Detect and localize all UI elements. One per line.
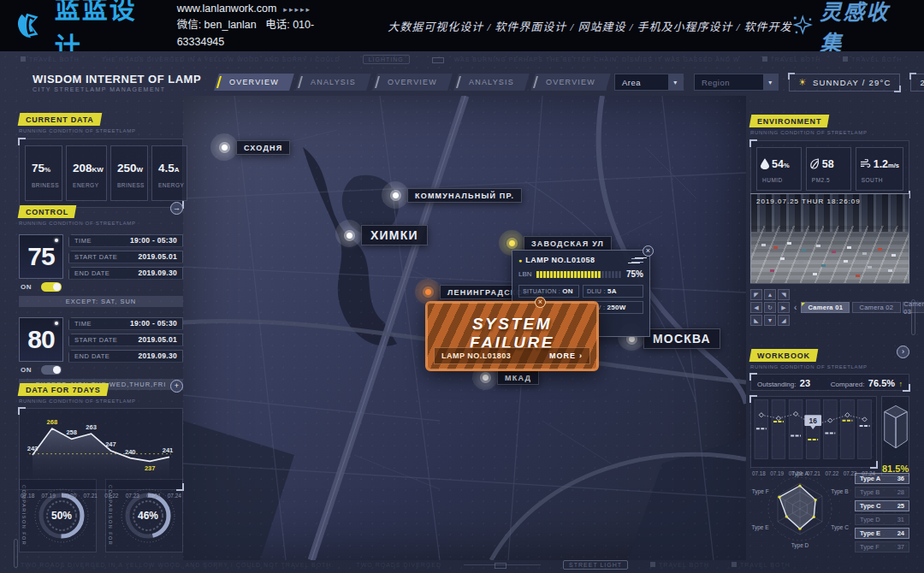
settings-sliders-icon[interactable] [631, 257, 643, 264]
power-state-label: ON [21, 366, 32, 374]
control-panel: → CONTROL RUNNING CONDITION OF STREETLAM… [19, 202, 183, 390]
panel-label-chip: ENVIRONMENT [749, 115, 830, 127]
type-row-e[interactable]: Type E24 [855, 528, 909, 539]
brightness-level-display: 75 [19, 234, 63, 279]
x-tick-label: 07.24 [168, 493, 181, 499]
lamp-pin-alert-icon[interactable] [421, 285, 435, 299]
caret-down-icon[interactable]: ▾ [763, 74, 778, 90]
tab-overview-3[interactable]: OVERVIEW [530, 74, 611, 91]
checkbox-icon [762, 56, 767, 62]
system-failure-popup: × SYSTEM FAILURE LAMP NO.L01803 MORE› [425, 301, 599, 371]
svg-text:258: 258 [66, 428, 77, 436]
caret-down-icon[interactable]: ▾ [668, 74, 683, 90]
svg-text:243: 243 [27, 444, 38, 452]
area-select[interactable]: Area ▾ [614, 74, 684, 91]
power-toggle[interactable] [41, 365, 62, 375]
tab-overview-2[interactable]: OVERVIEW [372, 74, 453, 91]
type-row-b[interactable]: Type B28 [855, 487, 909, 498]
camera-button-3[interactable]: Camera 03 [903, 302, 924, 313]
pan-down-icon[interactable]: ▼ [764, 315, 776, 326]
map-label-zavodskaya[interactable]: ЗАВОДСКАЯ УЛ [505, 236, 612, 251]
type-row-d[interactable]: Type D31 [855, 514, 909, 525]
pan-up-left-icon[interactable]: ◤ [750, 289, 762, 300]
inspiration-collection: 灵感收集 [792, 0, 907, 56]
lamp-pin-icon[interactable] [478, 370, 493, 385]
brightness-value: 75% [626, 269, 643, 279]
stat-card-energy: 208KWENERGY [66, 145, 107, 201]
map-label-khimki[interactable]: ХИМКИ [342, 225, 428, 245]
tab-analysis-2[interactable]: ANALYSIS [453, 74, 530, 91]
pan-up-icon[interactable]: ▲ [764, 289, 776, 300]
region-select[interactable]: Region ▾ [694, 74, 779, 91]
dashboard: TRAVEL BOTH THE ROADS DIVERGED IN A YELL… [0, 51, 924, 573]
end-date-row: END DATE2019.09.30 [68, 350, 183, 363]
svg-text:Type B: Type B [831, 488, 848, 495]
map-label-skhodnya[interactable]: СХОДНЯ [217, 140, 290, 155]
checkbox-icon [843, 56, 848, 62]
workbook-bar-chart: 16 [752, 398, 875, 463]
app-title-block: WISDOM INTERNET OF LAMP CITY STREETLAMP … [33, 73, 201, 92]
stat-card-watt: 250WBRINESS [110, 145, 148, 201]
lamp-pin-warning-icon[interactable] [505, 236, 519, 251]
lamp-pin-icon[interactable] [388, 188, 403, 203]
sun-icon: ☀ [798, 77, 808, 88]
title-bar-right: Area ▾ Region ▾ ☀ SUNNDAY / 29°C 2019.07… [614, 74, 924, 92]
left-edge-scroll-capsule [14, 539, 18, 568]
panel-expand-icon[interactable]: › [897, 346, 909, 358]
compared-value: 76.5% [868, 378, 895, 388]
brightness-level-display: 80 [19, 317, 63, 362]
x-tick-label: 07.24 [146, 493, 160, 499]
start-date-row: START DATE2019.05.01 [68, 251, 183, 263]
checkbox-icon [732, 562, 737, 567]
type-radar-chart: Type AType BType CType DType EType F [750, 466, 851, 555]
camera-button-1[interactable]: Camera 01 [801, 302, 850, 313]
camera-list: Camera 01 Camera 02 Camera 03 Camera 04 … [801, 302, 924, 313]
deco-text: THE ROADS DIVERGED IN A YELLOW WOOD, AND… [102, 56, 341, 62]
svg-text:Type E: Type E [751, 524, 769, 531]
droplet-icon [761, 158, 769, 169]
camera-video-feed[interactable]: 2019.07.25 THUR 18:26:09 [750, 193, 909, 284]
svg-text:263: 263 [86, 423, 97, 431]
wechat-text: 微信: ben_lanlan [177, 19, 257, 31]
deco-lighting-chip: LIGHTING [363, 55, 410, 64]
brightness-bar [536, 271, 622, 278]
panel-expand-icon[interactable]: + [170, 380, 183, 393]
pan-up-right-icon[interactable]: ◥ [778, 289, 790, 300]
pan-down-left-icon[interactable]: ◣ [750, 315, 762, 326]
humidity-card: 54% HUMID [756, 147, 802, 191]
reset-rotate-icon[interactable]: ↻ [764, 302, 776, 313]
current-data-panel: CURRENT DATA RUNNING CONDITION OF STREET… [19, 109, 183, 208]
pan-right-icon[interactable]: ▶ [778, 302, 790, 313]
svg-text:268: 268 [47, 417, 58, 425]
panel-subtitle: RUNNING CONDITION OF STREETLAMP [19, 221, 183, 226]
tab-analysis-1[interactable]: ANALYSIS [295, 74, 371, 91]
type-row-c[interactable]: Type C25 [855, 500, 909, 511]
deco-checkbox-item: TRAVEL BOTH [843, 56, 902, 62]
weather-text: SUNNDAY / 29°C [813, 78, 891, 87]
close-icon[interactable]: × [643, 245, 654, 257]
site-header: 蓝蓝设计 www.lanlanwork.com▸▸▸▸▸ 微信: ben_lan… [0, 0, 924, 51]
checkbox-icon [650, 562, 655, 567]
type-row-f[interactable]: Type F37 [855, 541, 909, 552]
power-toggle[interactable] [41, 282, 62, 292]
camera-button-2[interactable]: Camera 02 [852, 302, 901, 313]
type-row-a[interactable]: Type A36 [855, 473, 909, 484]
more-button[interactable]: MORE› [549, 351, 583, 360]
week-line-chart: 243268258263247240237241 [21, 411, 179, 484]
radar-panel: Type AType BType CType DType EType F Typ… [750, 466, 909, 555]
lamp-pin-icon[interactable] [342, 228, 357, 243]
map-label-kommunalny[interactable]: КОММУНАЛЬНЫЙ ПР. [388, 188, 522, 203]
panel-subtitle: RUNNING CONDITION OF STREETLAMP [750, 364, 909, 369]
lamp-pin-icon[interactable] [217, 140, 232, 155]
camera-page-prev-icon[interactable]: ‹ [794, 303, 797, 312]
pan-left-icon[interactable]: ◀ [750, 302, 762, 313]
panel-expand-icon[interactable]: → [170, 202, 183, 215]
gauge-value: 46% [138, 510, 158, 522]
map-label-mkad[interactable]: МКАД [478, 370, 539, 385]
tab-overview-1[interactable]: OVERVIEW [214, 74, 294, 91]
pan-down-right-icon[interactable]: ◢ [778, 315, 790, 326]
checkbox-icon [21, 56, 26, 62]
close-icon[interactable]: × [535, 297, 546, 308]
type-list: Type A36 Type B28 Type C25 Type D31 Type… [855, 473, 909, 555]
x-tick-label: 07.22 [104, 493, 118, 499]
